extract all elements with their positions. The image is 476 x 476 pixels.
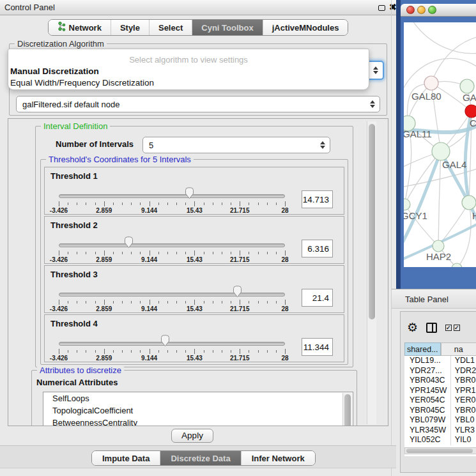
network-edge[interactable] xyxy=(411,22,476,54)
vertical-scrollbar[interactable] xyxy=(367,121,376,424)
table-cell[interactable]: YLR3 xyxy=(451,426,476,436)
threshold-label: Threshold 1 xyxy=(50,171,98,181)
table-row[interactable]: YDR27...YDR2 xyxy=(404,366,476,376)
network-node[interactable] xyxy=(404,199,410,210)
slider-thumb-icon[interactable] xyxy=(185,187,194,199)
table-panel-titlebar: Table Panel xyxy=(392,289,476,309)
network-node[interactable] xyxy=(462,196,476,210)
attribute-list-item[interactable]: SelfLoops xyxy=(43,392,353,404)
table-cell[interactable]: YBL079W xyxy=(404,415,451,426)
scrollbar-thumb[interactable] xyxy=(369,124,375,319)
table-cell[interactable]: YDL19... xyxy=(404,356,451,366)
network-node[interactable] xyxy=(433,240,444,252)
threshold-slider[interactable] xyxy=(59,194,285,198)
table-header-name[interactable]: na xyxy=(441,342,476,356)
network-edge[interactable] xyxy=(404,151,441,246)
tab-network[interactable]: Network xyxy=(49,20,111,35)
control-panel-titlebar: Control Panel ✖ xyxy=(0,0,396,15)
tab-style[interactable]: Style xyxy=(111,20,150,35)
table-row[interactable]: YBR043CYBR0 xyxy=(404,376,476,386)
threshold-value-field[interactable]: 6.316 xyxy=(302,240,333,257)
table-horizontal-scrollbar[interactable] xyxy=(404,447,476,454)
table-cell[interactable]: YBR043C xyxy=(404,376,451,386)
slider-thumb-icon[interactable] xyxy=(124,236,134,249)
threshold-slider[interactable] xyxy=(59,293,285,296)
table-row[interactable]: YIL052CYIL0 xyxy=(404,435,476,445)
table-cell[interactable]: YBL0 xyxy=(451,415,476,426)
attribute-list-item[interactable]: TopologicalCoefficient xyxy=(43,404,353,417)
table-header-row[interactable]: shared... na xyxy=(404,342,476,356)
table-cell[interactable]: YBR045C xyxy=(404,406,451,416)
close-icon[interactable]: ✖ xyxy=(389,2,397,12)
node-label: GAL80 xyxy=(411,91,441,102)
gear-icon[interactable]: ⚙ xyxy=(407,322,418,334)
table-cell[interactable]: YBR0 xyxy=(451,406,476,416)
table-cell[interactable]: YDL1 xyxy=(451,356,476,366)
num-intervals-combobox[interactable]: 5 xyxy=(142,137,330,153)
threshold-value-field[interactable]: 11.344 xyxy=(302,338,333,356)
table-cell[interactable]: YDR2 xyxy=(451,366,476,376)
node-label: GAL4 xyxy=(442,159,466,170)
dropdown-hint: Select algorithm to view settings xyxy=(8,49,369,66)
table-row[interactable]: YER054CYER0 xyxy=(404,395,476,406)
table-cell[interactable]: YIL0 xyxy=(451,435,476,445)
float-window-icon[interactable] xyxy=(378,5,385,11)
table-cell[interactable]: YLR345W xyxy=(404,426,451,436)
slider-thumb-icon[interactable] xyxy=(233,286,242,298)
table-header-shared[interactable]: shared... xyxy=(404,342,441,356)
table-row[interactable]: YDL19...YDL1 xyxy=(404,356,476,366)
list-scrollbar[interactable] xyxy=(342,393,352,426)
tab-select[interactable]: Select xyxy=(150,20,192,35)
network-edge[interactable] xyxy=(438,151,441,246)
table-row[interactable]: YBR045CYBR0 xyxy=(404,406,476,416)
tab-cyni-toolbox[interactable]: Cyni Toolbox xyxy=(192,20,263,35)
zoom-traffic-light-icon[interactable] xyxy=(428,6,436,14)
threshold-value-field[interactable]: 14.713 xyxy=(302,190,333,208)
network-edge[interactable] xyxy=(457,203,471,267)
network-canvas[interactable]: GAL80GACGAL11GAL4GCY1HHAP2 xyxy=(404,22,476,267)
threshold-slider[interactable] xyxy=(59,342,285,346)
table-cell[interactable]: YPR1 xyxy=(451,386,476,396)
minimize-traffic-light-icon[interactable] xyxy=(417,6,426,14)
threshold-value-field[interactable]: 21.4 xyxy=(302,289,333,307)
table-row[interactable]: YBL079WYBL0 xyxy=(404,415,476,426)
tab-discretize-data[interactable]: Discretize Data xyxy=(160,451,241,465)
tab-infer-network[interactable]: Infer Network xyxy=(242,451,315,465)
network-node[interactable] xyxy=(460,79,474,93)
network-node[interactable] xyxy=(424,76,438,90)
node-table[interactable]: shared... na YDL19...YDL1YDR27...YDR2YBR… xyxy=(404,342,476,456)
checkbox-icon[interactable]: ✓ xyxy=(454,325,460,331)
attribute-list-item[interactable]: BetweennessCentrality xyxy=(43,417,353,426)
table-data-combobox[interactable]: galFiltered.sif default node xyxy=(16,96,380,112)
network-window-titlebar[interactable] xyxy=(401,4,476,17)
dropdown-option[interactable]: Equal Width/Frequency Discretization xyxy=(8,77,369,89)
tab-label: Style xyxy=(120,23,140,33)
attributes-list[interactable]: SelfLoopsTopologicalCoefficientBetweenne… xyxy=(43,392,353,426)
columns-icon[interactable] xyxy=(426,323,437,333)
apply-button[interactable]: Apply xyxy=(171,429,213,443)
table-cell[interactable]: YDR27... xyxy=(404,366,451,376)
table-toolbar: ⚙ ✓✓ xyxy=(407,322,460,334)
tab-label: Network xyxy=(69,23,102,33)
table-hscroll-thumb[interactable] xyxy=(406,449,473,453)
table-cell[interactable]: YPR145W xyxy=(404,386,451,396)
network-node[interactable] xyxy=(465,105,476,118)
slider-thumb-icon[interactable] xyxy=(160,335,170,347)
checkbox-icons[interactable]: ✓✓ xyxy=(445,325,460,331)
table-cell[interactable]: YER0 xyxy=(451,395,476,406)
tab-jactivemnodules[interactable]: jActiveMNodules xyxy=(263,20,348,35)
threshold-slider[interactable] xyxy=(59,243,285,247)
algorithm-dropdown-popup: Select algorithm to view settings Manual… xyxy=(8,49,369,90)
table-cell[interactable]: YIL052C xyxy=(404,435,451,445)
table-cell[interactable]: YER054C xyxy=(404,395,451,406)
table-row[interactable]: YPR145WYPR1 xyxy=(404,386,476,396)
node-label: GA xyxy=(463,92,476,103)
checkbox-icon[interactable]: ✓ xyxy=(445,325,452,331)
table-cell[interactable]: YBR0 xyxy=(451,376,476,386)
table-row[interactable]: YLR345WYLR3 xyxy=(404,426,476,436)
list-scrollbar-thumb[interactable] xyxy=(344,394,351,426)
tab-impute-data[interactable]: Impute Data xyxy=(92,451,160,465)
dropdown-option[interactable]: Manual Discretization xyxy=(8,66,369,77)
network-node[interactable] xyxy=(432,142,450,160)
close-traffic-light-icon[interactable] xyxy=(406,6,415,14)
